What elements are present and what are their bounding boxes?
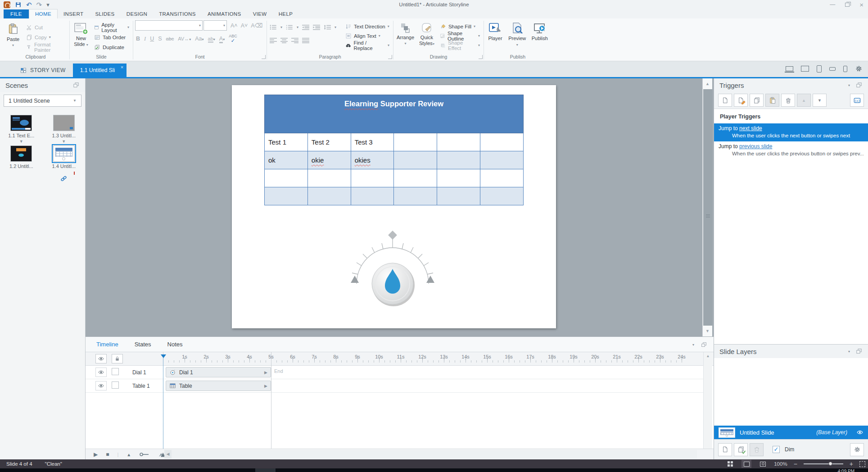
apply-layout-button[interactable]: Apply Layout▾ [92, 23, 131, 32]
fit-to-window-button[interactable] [859, 461, 865, 467]
table-cell[interactable]: okies [351, 151, 394, 169]
duplicate-button[interactable]: Duplicate [92, 43, 131, 51]
quick-styles-button[interactable]: QuickStyles▾ [417, 20, 436, 48]
table-cell[interactable] [394, 151, 437, 169]
shape-effect-button[interactable]: Shape Effect▾ [438, 41, 482, 50]
laptop-preview-icon[interactable] [786, 66, 793, 71]
table-cell[interactable] [265, 169, 308, 187]
table-cell[interactable] [394, 133, 437, 151]
publish-button[interactable]: Publish [529, 20, 550, 43]
table-cell[interactable] [480, 169, 524, 187]
tab-states[interactable]: States [135, 341, 151, 348]
edit-trigger-button[interactable] [734, 94, 748, 107]
table-cell[interactable]: okie [307, 151, 351, 169]
arrange-button[interactable]: Arrange▾ [395, 20, 416, 47]
font-color-button[interactable]: A▾ [219, 36, 225, 42]
undock-panel-icon[interactable] [72, 82, 80, 89]
slide-view-button[interactable] [741, 460, 751, 468]
font-family-combo[interactable]: ▾ [135, 20, 203, 31]
font-size-combo[interactable]: ▾ [203, 20, 227, 31]
table-cell[interactable] [480, 187, 524, 205]
scroll-up-icon[interactable]: ▲ [703, 78, 712, 89]
table-cell[interactable] [265, 187, 308, 205]
timeline-end-marker[interactable] [271, 352, 271, 449]
scroll-left-icon[interactable]: ◀ [164, 450, 172, 458]
duplicate-layer-button[interactable] [734, 443, 748, 456]
tab-home[interactable]: HOME [29, 9, 58, 18]
new-layer-button[interactable] [718, 443, 732, 456]
lock-checkbox[interactable] [112, 381, 119, 389]
copy-button[interactable]: Copy▾ [24, 33, 68, 41]
zoom-slider[interactable] [804, 463, 843, 464]
close-tab-icon[interactable]: × [121, 64, 123, 70]
strikethrough-button[interactable]: abc [166, 36, 174, 41]
trigger-item-next-slide[interactable]: Jump to next slide When the user clicks … [714, 123, 868, 141]
scroll-down-icon[interactable]: ▼ [703, 326, 712, 336]
slide-thumbnail-image[interactable] [10, 145, 32, 162]
slide-thumbnail-image[interactable] [10, 115, 32, 131]
table-cell[interactable] [394, 169, 437, 187]
table-cell[interactable] [480, 151, 524, 169]
paragraph-dialog-launcher[interactable] [388, 55, 392, 59]
italic-button[interactable]: I [144, 36, 146, 42]
slide-thumbnail-1-2[interactable]: 1.2 Untitl... [0, 145, 43, 182]
canvas-vertical-scrollbar[interactable]: ▲ ▼ [702, 78, 712, 336]
table-cell[interactable] [394, 187, 437, 205]
dial-control[interactable] [345, 224, 440, 310]
undock-panel-icon[interactable] [701, 341, 707, 348]
tab-order-button[interactable]: Tab Order [92, 33, 131, 41]
player-button[interactable]: Player [486, 20, 505, 43]
phone-portrait-preview-icon[interactable] [843, 66, 847, 72]
tab-help[interactable]: HELP [273, 9, 299, 18]
base-layer-row[interactable]: Untitled Slide (Base Layer) [714, 426, 868, 439]
tab-animations[interactable]: ANIMATIONS [202, 9, 247, 18]
undock-panel-icon[interactable] [855, 82, 863, 89]
shrink-font-button[interactable]: A˅ [241, 23, 248, 29]
slide-thumbnail-image[interactable] [53, 115, 75, 131]
scene-selector[interactable]: 1 Untitled Scene▼ [4, 95, 81, 107]
table-cell[interactable] [437, 169, 480, 187]
table-cell[interactable] [437, 187, 480, 205]
table-cell[interactable] [351, 187, 394, 205]
slide-thumbnail-1-1[interactable]: 1.1 Text E... ▼ [0, 115, 43, 145]
tab-view[interactable]: VIEW [247, 9, 273, 18]
tablet-portrait-preview-icon[interactable] [817, 65, 822, 73]
slide-canvas[interactable]: Elearning Supporter Review Test 1 Test 2… [86, 78, 714, 336]
timeline-vertical-scrollbar[interactable]: ▲ [703, 352, 712, 449]
timeline-ruler-labels[interactable]: 1s2s3s4s5s6s7s8s9s10s11s12s13s14s15s16s1… [86, 352, 714, 366]
delete-layer-button[interactable] [750, 443, 764, 456]
copy-trigger-button[interactable] [750, 94, 764, 107]
align-left-icon[interactable] [270, 37, 277, 43]
text-direction-button[interactable]: Text Direction▾ [344, 22, 391, 31]
expand-icon[interactable]: ▶ [264, 370, 267, 375]
table-cell[interactable] [351, 169, 394, 187]
preview-slide-button[interactable] [758, 460, 768, 468]
spell-check-button[interactable]: ABC✓ [229, 34, 237, 43]
restore-button[interactable] [845, 3, 850, 7]
table-cell[interactable] [437, 133, 480, 151]
bold-button[interactable]: B [136, 36, 140, 42]
layer-properties-gear-button[interactable] [850, 443, 864, 456]
shadow-button[interactable]: S [158, 36, 162, 42]
table-cell[interactable]: Test 2 [307, 133, 351, 151]
player-settings-gear-icon[interactable] [855, 65, 863, 73]
shape-outline-button[interactable]: Shape Outline▾ [438, 32, 482, 40]
lock-checkbox[interactable] [112, 368, 119, 375]
align-text-button[interactable]: Align Text▾ [344, 32, 391, 40]
table-title-cell[interactable]: Elearning Supporter Review [265, 95, 524, 133]
panel-menu-icon[interactable]: ▾ [848, 349, 850, 354]
layer-visibility-eye-icon[interactable] [856, 429, 863, 436]
tab-notes[interactable]: Notes [167, 341, 183, 348]
underline-button[interactable]: U [150, 36, 154, 42]
table-cell[interactable]: ok [265, 151, 308, 169]
change-case-button[interactable]: Aa▾ [195, 36, 203, 42]
story-view-button[interactable] [725, 460, 735, 468]
timeline-object-bar[interactable]: Dial 1 ▶ [166, 367, 271, 377]
shape-fill-button[interactable]: Shape Fill▾ [438, 22, 482, 31]
phone-landscape-preview-icon[interactable] [829, 67, 836, 71]
undock-panel-icon[interactable] [855, 348, 863, 355]
tab-story-view[interactable]: STORY VIEW [13, 64, 73, 77]
tab-insert[interactable]: INSERT [58, 9, 89, 18]
highlight-button[interactable]: ab▾ [208, 36, 215, 41]
tab-transitions[interactable]: TRANSITIONS [153, 9, 202, 18]
